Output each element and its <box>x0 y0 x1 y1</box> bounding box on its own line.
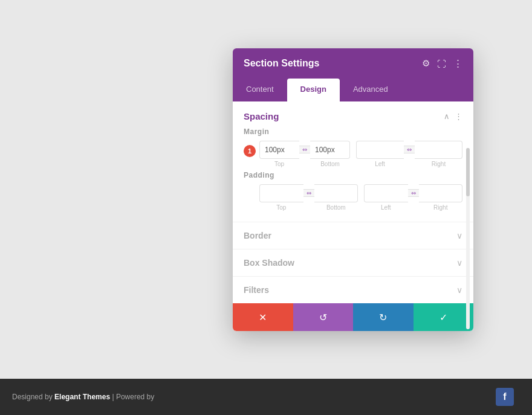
settings-icon[interactable]: ⚙ <box>422 58 430 69</box>
margin-right-input[interactable] <box>415 141 462 158</box>
section-settings-panel: Section Settings ⚙ ⛶ ⋮ Content Design Ad… <box>233 48 473 331</box>
footer-text: Designed by Elegant Themes | Powered by <box>12 393 154 401</box>
padding-inputs-row: Top ⇔ Bottom <box>244 184 462 211</box>
filters-title: Filters <box>244 285 269 295</box>
spacing-section-header: Spacing ∧ ⋮ <box>233 101 473 127</box>
filters-chevron-icon: ∨ <box>456 285 462 295</box>
padding-left-group-wrapper: Top ⇔ Bottom <box>259 184 358 211</box>
cancel-button[interactable]: ✕ <box>233 303 293 331</box>
panel-header-icons: ⚙ ⛶ ⋮ <box>422 58 462 69</box>
panel-title: Section Settings <box>244 58 319 69</box>
margin-top-label: Top <box>274 161 284 167</box>
margin-bottom-label: Bottom <box>320 161 340 167</box>
padding-bottom-input[interactable] <box>314 185 358 202</box>
margin-right-group: Right <box>415 141 462 167</box>
tab-content[interactable]: Content <box>233 79 287 101</box>
save-button[interactable]: ✓ <box>414 303 474 331</box>
padding-bottom-input-inner <box>314 184 358 202</box>
more-options-icon[interactable]: ⋮ <box>453 58 462 69</box>
border-title: Border <box>244 231 271 240</box>
border-chevron-icon: ∨ <box>456 231 462 240</box>
scrollbar-thumb[interactable] <box>466 148 470 196</box>
tab-design[interactable]: Design <box>287 79 340 101</box>
panel-body: Spacing ∧ ⋮ Margin 1 <box>233 101 473 331</box>
box-shadow-chevron-icon: ∨ <box>456 258 462 268</box>
expand-icon[interactable]: ⛶ <box>437 59 446 69</box>
margin-inputs-row: 1 Top ⇔ <box>244 141 462 167</box>
padding-label: Padding <box>244 171 462 179</box>
spacing-content: Margin 1 Top <box>233 127 473 222</box>
redo-icon: ↻ <box>379 312 387 323</box>
margin-left-group: Left <box>356 141 404 167</box>
margin-right-input-inner <box>415 141 462 159</box>
link-chain-icon: ⇔ <box>302 146 307 153</box>
reset-button[interactable]: ↺ <box>293 303 354 331</box>
scrollbar[interactable] <box>466 148 470 329</box>
section-header-actions: ∧ ⋮ <box>444 112 462 121</box>
link-chain-icon-2: ⇔ <box>407 146 412 153</box>
padding-lr-inputs: Left ⇔ Right <box>364 184 462 211</box>
margin-lr-link-button[interactable]: ⇔ <box>404 146 415 153</box>
filters-section[interactable]: Filters ∨ <box>233 276 473 303</box>
padding-right-input-group: Right <box>419 184 463 211</box>
indicator-badge: 1 <box>244 145 256 157</box>
margin-link-button[interactable]: ⇔ <box>299 146 310 153</box>
padding-tb-link-button[interactable]: ⇔ <box>303 189 314 197</box>
padding-lr-link-button[interactable]: ⇔ <box>408 189 419 197</box>
padding-bottom-label: Bottom <box>326 204 346 211</box>
padding-top-label: Top <box>276 204 286 211</box>
margin-top-input[interactable] <box>260 141 299 158</box>
margin-label: Margin <box>244 127 462 136</box>
padding-top-group: Top <box>259 184 303 211</box>
margin-bottom-input[interactable] <box>310 141 349 158</box>
padding-top-input-inner <box>259 184 303 202</box>
panel-header: Section Settings ⚙ ⛶ ⋮ <box>233 48 473 79</box>
margin-left-label: Left <box>375 161 385 167</box>
margin-top-group: Top <box>259 141 299 167</box>
facebook-icon[interactable]: f <box>496 388 514 406</box>
padding-left-input-inner <box>364 184 408 202</box>
box-shadow-section[interactable]: Box Shadow ∨ <box>233 249 473 276</box>
padding-right-input-inner <box>419 184 463 202</box>
redo-button[interactable]: ↻ <box>353 303 414 331</box>
margin-left-input-inner <box>356 141 404 159</box>
border-section[interactable]: Border ∨ <box>233 222 473 249</box>
box-shadow-title: Box Shadow <box>244 258 294 268</box>
padding-left-input[interactable] <box>365 185 408 202</box>
link-chain-icon-4: ⇔ <box>411 190 416 196</box>
margin-left-group-wrapper: 1 Top ⇔ <box>244 141 350 167</box>
section-more-icon[interactable]: ⋮ <box>455 112 462 121</box>
padding-left-input-group: Left <box>364 184 408 211</box>
link-chain-icon-3: ⇔ <box>307 190 311 196</box>
spacing-title: Spacing <box>244 111 279 121</box>
padding-left-label: Left <box>381 204 391 211</box>
footer-brand: Elegant Themes <box>54 393 110 401</box>
save-icon: ✓ <box>440 312 447 323</box>
reset-icon: ↺ <box>319 312 327 323</box>
padding-tb-inputs: Top ⇔ Bottom <box>259 184 358 211</box>
margin-linked-inputs: Top ⇔ Bottom <box>259 141 350 167</box>
cancel-icon: ✕ <box>259 312 267 323</box>
tab-advanced[interactable]: Advanced <box>340 79 401 101</box>
margin-lr-inputs: Left ⇔ Right <box>356 141 462 167</box>
margin-right-label: Right <box>432 161 446 167</box>
margin-bottom-group: Bottom <box>310 141 350 167</box>
padding-right-label: Right <box>433 204 447 211</box>
margin-left-input[interactable] <box>357 141 404 158</box>
margin-top-input-inner <box>259 141 299 159</box>
margin-bottom-input-inner <box>310 141 350 159</box>
margin-right-group-wrapper: Left ⇔ Right <box>356 141 462 167</box>
tabs-bar: Content Design Advanced <box>233 79 473 101</box>
padding-bottom-group: Bottom <box>314 184 358 211</box>
padding-right-input[interactable] <box>419 185 462 202</box>
padding-right-group-wrapper: Left ⇔ Right <box>364 184 462 211</box>
panel-footer: ✕ ↺ ↻ ✓ <box>233 303 473 331</box>
collapse-icon[interactable]: ∧ <box>444 112 450 121</box>
padding-top-input[interactable] <box>260 185 303 202</box>
footer-bar: Designed by Elegant Themes | Powered by … <box>0 379 532 415</box>
